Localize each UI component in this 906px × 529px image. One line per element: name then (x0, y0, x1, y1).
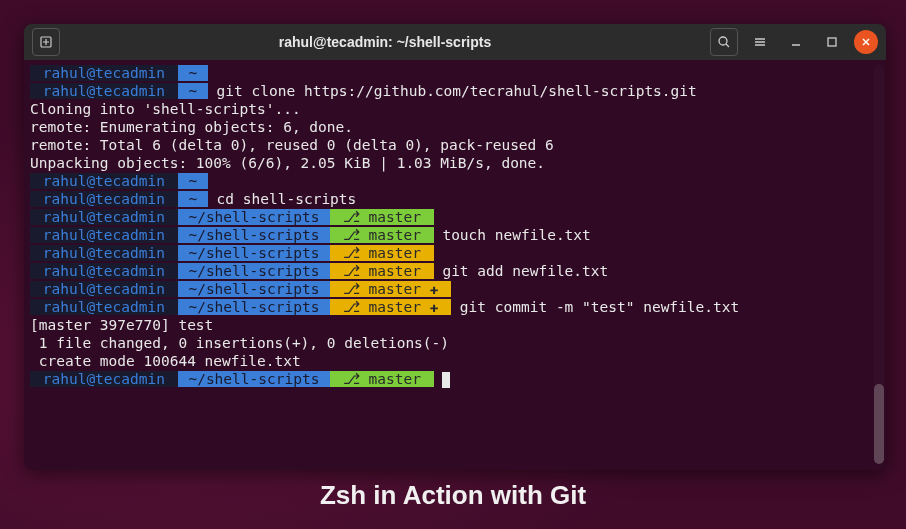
terminal-line: rahul@tecadmin ~/shell-scripts ⎇ master (30, 244, 880, 262)
command-text: touch newfile.txt (434, 227, 591, 243)
new-tab-button[interactable] (32, 28, 60, 56)
terminal-line: rahul@tecadmin ~/shell-scripts ⎇ master (30, 208, 880, 226)
terminal-output: Unpacking objects: 100% (6/6), 2.05 KiB … (30, 154, 880, 172)
titlebar: rahul@tecadmin: ~/shell-scripts (24, 24, 886, 60)
close-button[interactable] (854, 30, 878, 54)
prompt-userhost: rahul@tecadmin (30, 227, 178, 243)
terminal-body[interactable]: rahul@tecadmin ~ rahul@tecadmin ~ git cl… (24, 60, 886, 470)
terminal-line: rahul@tecadmin ~/shell-scripts ⎇ master … (30, 280, 880, 298)
prompt-userhost: rahul@tecadmin (30, 371, 178, 387)
cursor (442, 372, 450, 388)
maximize-icon (825, 35, 839, 49)
prompt-userhost: rahul@tecadmin (30, 65, 178, 81)
terminal-output: Cloning into 'shell-scripts'... (30, 100, 880, 118)
scrollbar-thumb[interactable] (874, 384, 884, 464)
terminal-output: [master 397e770] test (30, 316, 880, 334)
prompt-branch: ⎇ master (330, 209, 434, 225)
menu-button[interactable] (746, 28, 774, 56)
command-text: cd shell-scripts (208, 191, 356, 207)
prompt-path: ~ (178, 83, 208, 99)
terminal-line: rahul@tecadmin ~ (30, 64, 880, 82)
prompt-branch: ⎇ master (330, 263, 434, 279)
prompt-path: ~/shell-scripts (178, 371, 330, 387)
terminal-output: remote: Enumerating objects: 6, done. (30, 118, 880, 136)
terminal-line: rahul@tecadmin ~/shell-scripts ⎇ master … (30, 298, 880, 316)
terminal-line: rahul@tecadmin ~/shell-scripts ⎇ master … (30, 226, 880, 244)
scrollbar[interactable] (874, 64, 884, 464)
prompt-userhost: rahul@tecadmin (30, 263, 178, 279)
prompt-branch: ⎇ master (330, 245, 434, 261)
terminal-line: rahul@tecadmin ~ (30, 172, 880, 190)
prompt-path: ~/shell-scripts (178, 263, 330, 279)
prompt-path: ~/shell-scripts (178, 245, 330, 261)
new-tab-icon (39, 35, 53, 49)
minimize-icon (789, 35, 803, 49)
maximize-button[interactable] (818, 28, 846, 56)
terminal-line: rahul@tecadmin ~/shell-scripts ⎇ master … (30, 262, 880, 280)
prompt-path: ~ (178, 65, 208, 81)
prompt-userhost: rahul@tecadmin (30, 209, 178, 225)
command-text: git add newfile.txt (434, 263, 609, 279)
prompt-path: ~ (178, 191, 208, 207)
terminal-line: rahul@tecadmin ~ cd shell-scripts (30, 190, 880, 208)
prompt-userhost: rahul@tecadmin (30, 245, 178, 261)
search-button[interactable] (710, 28, 738, 56)
minimize-button[interactable] (782, 28, 810, 56)
command-text: git commit -m "test" newfile.txt (451, 299, 739, 315)
hamburger-icon (753, 35, 767, 49)
command-text: git clone https://github.com/tecrahul/sh… (208, 83, 697, 99)
terminal-line: rahul@tecadmin ~ git clone https://githu… (30, 82, 880, 100)
prompt-userhost: rahul@tecadmin (30, 83, 178, 99)
terminal-window: rahul@tecadmin: ~/shell-scripts (24, 24, 886, 470)
prompt-path: ~/shell-scripts (178, 227, 330, 243)
prompt-userhost: rahul@tecadmin (30, 191, 178, 207)
close-icon (860, 36, 872, 48)
prompt-path: ~ (178, 173, 208, 189)
prompt-branch: ⎇ master ✚ (330, 299, 451, 315)
caption-text: Zsh in Action with Git (0, 480, 906, 511)
terminal-line: rahul@tecadmin ~/shell-scripts ⎇ master (30, 370, 880, 388)
prompt-userhost: rahul@tecadmin (30, 173, 178, 189)
prompt-branch: ⎇ master (330, 227, 434, 243)
window-title: rahul@tecadmin: ~/shell-scripts (68, 34, 702, 50)
prompt-userhost: rahul@tecadmin (30, 281, 178, 297)
prompt-userhost: rahul@tecadmin (30, 299, 178, 315)
prompt-path: ~/shell-scripts (178, 209, 330, 225)
search-icon (717, 35, 731, 49)
svg-point-1 (719, 37, 727, 45)
terminal-output: remote: Total 6 (delta 0), reused 0 (del… (30, 136, 880, 154)
prompt-branch: ⎇ master (330, 371, 434, 387)
svg-rect-2 (828, 38, 836, 46)
terminal-output: create mode 100644 newfile.txt (30, 352, 880, 370)
terminal-output: 1 file changed, 0 insertions(+), 0 delet… (30, 334, 880, 352)
prompt-path: ~/shell-scripts (178, 281, 330, 297)
prompt-branch: ⎇ master ✚ (330, 281, 451, 297)
prompt-path: ~/shell-scripts (178, 299, 330, 315)
